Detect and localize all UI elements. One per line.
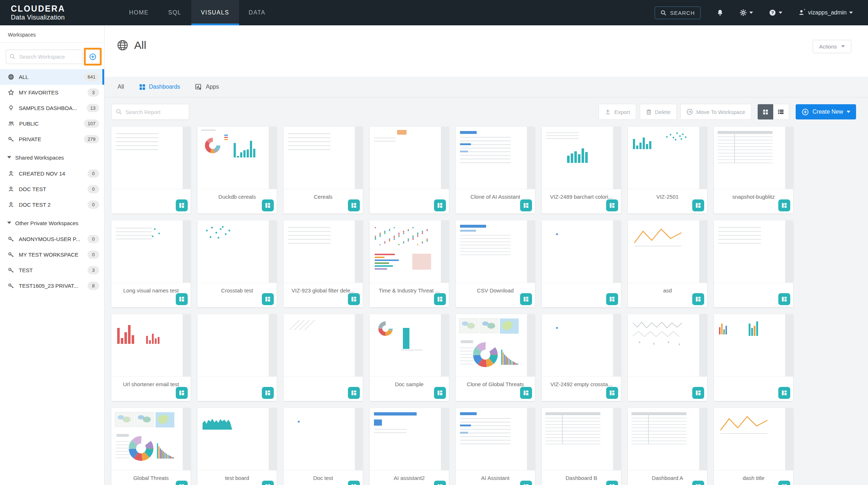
dashboard-card-untitled[interactable] xyxy=(197,314,277,401)
chevron-down-icon xyxy=(847,111,850,113)
help-menu-button[interactable]: ? xyxy=(769,9,782,16)
dashboard-card-untitled[interactable]: xxxx xyxy=(628,314,707,401)
dashboard-card-doc-sample[interactable]: Doc sample xyxy=(370,314,449,401)
dashboard-badge-icon xyxy=(348,199,360,211)
nav-item-sql[interactable]: SQL xyxy=(158,0,191,25)
move-to-workspace-button[interactable]: Move To Workspace xyxy=(680,104,751,120)
dashboard-badge-icon xyxy=(606,293,618,305)
sidebar-item-my-favorites[interactable]: MY FAVORITES3 xyxy=(0,85,104,100)
dashboard-card-ai-assistant2[interactable]: AI assistant2 xyxy=(370,408,449,485)
tab-dashboards-label: Dashboards xyxy=(149,84,180,90)
dashboard-card-title xyxy=(284,377,363,381)
grid-view-button[interactable] xyxy=(758,104,773,119)
add-workspace-button[interactable] xyxy=(87,51,99,63)
sidebar-item-created-nov-14[interactable]: CREATED NOV 140 xyxy=(0,166,104,181)
tab-dashboards[interactable]: Dashboards xyxy=(139,84,180,90)
export-button[interactable]: Export xyxy=(599,104,636,120)
sidebar-item-private[interactable]: PRIVATE279 xyxy=(0,131,104,147)
dashboard-card-dash-title[interactable]: dash title xyxy=(714,408,793,485)
dashboard-card-url-shortener-email-test[interactable]: Url shortener email test xyxy=(111,314,191,401)
dashboard-card-untitled[interactable] xyxy=(714,220,793,307)
dashboard-card-untitled[interactable] xyxy=(284,314,363,401)
dashboard-card-viz-2489-barchart-colori[interactable]: VIZ-2489 barchart colori... xyxy=(542,127,621,214)
sidebar-item-all[interactable]: ALL641 xyxy=(0,69,104,85)
tab-all[interactable]: All xyxy=(118,84,124,90)
thumbnail-scroll-gutter xyxy=(183,408,191,470)
add-workspace-highlight xyxy=(84,48,102,66)
dashboard-card-viz-2492-empty-crossta[interactable]: VIZ-2492 empty crossta... xyxy=(542,314,621,401)
sidebar-item-doc-test-2[interactable]: DOC TEST 20 xyxy=(0,197,104,212)
dashboard-card-snapshot-bugblitz[interactable]: snapshot-bugblitz xyxy=(714,127,793,214)
section-label: Other Private Workspaces xyxy=(15,220,78,226)
user-menu-button[interactable]: * vizapps_admin xyxy=(798,9,853,16)
workspace-count-badge: 0 xyxy=(88,250,99,259)
sidebar-section-other-private-workspaces[interactable]: Other Private Workspaces xyxy=(0,215,104,231)
sidebar-item-public[interactable]: PUBLIC107 xyxy=(0,116,104,131)
dashboard-card-clone-of-global-threats[interactable]: Clone of Global Threats xyxy=(456,314,535,401)
nav-item-visuals[interactable]: VISUALS xyxy=(191,0,239,25)
dashboard-card-title: snapshot-bugblitz xyxy=(714,189,793,200)
sidebar-item-doc-test[interactable]: DOC TEST0 xyxy=(0,181,104,197)
nav-right-controls: SEARCH ? * vizapps xyxy=(655,7,868,19)
workspace-search-input[interactable] xyxy=(6,50,82,64)
report-search-input[interactable] xyxy=(111,104,189,120)
nav-item-data[interactable]: DATA xyxy=(239,0,275,25)
delete-button[interactable]: Delete xyxy=(640,104,677,120)
dashboard-badge-icon xyxy=(176,293,188,305)
dashboard-card-global-threats[interactable]: Global Threats xyxy=(111,408,191,485)
dashboard-thumbnail xyxy=(370,408,449,471)
thumbnail-scroll-gutter xyxy=(355,220,363,283)
chevron-down-icon xyxy=(849,12,853,14)
dashboard-card-time-industry-threat[interactable]: Time & Industry Threat ... xyxy=(370,220,449,307)
dashboard-card-test-board[interactable]: test board xyxy=(197,408,277,485)
tab-apps[interactable]: Apps xyxy=(195,84,219,90)
actions-dropdown-button[interactable]: Actions xyxy=(813,40,851,53)
dashboard-card-dashboard-b[interactable]: Dashboard B xyxy=(542,408,621,485)
workspace-search-row xyxy=(0,43,104,69)
brand-name: CLOUDERA xyxy=(11,4,119,13)
dashboard-card-crosstab-test[interactable]: Crosstab test xyxy=(197,220,277,307)
dashboard-card-untitled[interactable] xyxy=(714,314,793,401)
sidebar-item-test1605-23-privat[interactable]: TEST1605_23 PRIVAT...8 xyxy=(0,278,104,294)
thumbnail-scroll-gutter xyxy=(527,220,535,283)
dashboard-card-ai-assistant[interactable]: AI Assistant xyxy=(456,408,535,485)
notifications-button[interactable] xyxy=(716,9,724,16)
dashboard-card-title: dash title xyxy=(714,471,793,481)
thumbnail-scroll-gutter xyxy=(527,314,535,376)
dashboard-badge-icon xyxy=(692,199,704,211)
dashboard-card-duckdb-cereals[interactable]: Duckdb cereals xyxy=(197,127,277,214)
settings-menu-button[interactable] xyxy=(740,9,753,16)
create-new-button[interactable]: Create New xyxy=(796,104,856,119)
dashboard-card-long-visual-names-test[interactable]: Long visual names test xyxy=(111,220,191,307)
thumbnail-scroll-gutter xyxy=(785,314,793,376)
list-view-button[interactable] xyxy=(773,104,789,119)
sidebar-item-samples-dashboa[interactable]: SAMPLES DASHBOA...13 xyxy=(0,100,104,116)
sidebar-item-test[interactable]: TEST3 xyxy=(0,262,104,278)
sidebar-item-my-test-workspace[interactable]: MY TEST WORKSPACE0 xyxy=(0,247,104,262)
nav-item-home[interactable]: HOME xyxy=(119,0,158,25)
thumbnail-scroll-gutter xyxy=(785,220,793,283)
dashboard-badge-icon xyxy=(692,293,704,305)
dashboard-card-untitled[interactable] xyxy=(542,220,621,307)
trash-icon xyxy=(646,109,652,115)
dashboard-thumbnail xyxy=(542,220,621,283)
dashboard-card-csv-download[interactable]: CSV Download xyxy=(456,220,535,307)
dashboard-card-dashboard-a[interactable]: Dashboard A xyxy=(628,408,707,485)
sidebar-section-shared-workspaces[interactable]: Shared Workspaces xyxy=(0,149,104,166)
workspace-label: ANONYMOUS-USER P... xyxy=(19,236,83,242)
dashboard-card-title: Doc sample xyxy=(370,377,449,387)
dashboard-card-viz-923-global-filter-dele[interactable]: VIZ-923 global filter dele... xyxy=(284,220,363,307)
dashboard-card-untitled[interactable] xyxy=(111,127,191,214)
dashboard-card-asd[interactable]: asd xyxy=(628,220,707,307)
dashboard-card-doc-test[interactable]: Doc test xyxy=(284,408,363,485)
dashboard-thumbnail xyxy=(197,220,277,283)
person-icon xyxy=(8,170,14,177)
dashboard-card-untitled[interactable] xyxy=(370,127,449,214)
dashboard-card-title xyxy=(111,189,191,194)
dashboard-card-viz-2501[interactable]: VIZ-2501 xyxy=(628,127,707,214)
dashboard-card-cereals[interactable]: Cereals xyxy=(284,127,363,214)
tab-all-label: All xyxy=(118,84,124,90)
global-search-button[interactable]: SEARCH xyxy=(655,7,701,19)
dashboard-card-clone-of-ai-assistant[interactable]: Clone of AI Assistant xyxy=(456,127,535,214)
sidebar-item-anonymous-user-p[interactable]: ANONYMOUS-USER P...0 xyxy=(0,231,104,247)
